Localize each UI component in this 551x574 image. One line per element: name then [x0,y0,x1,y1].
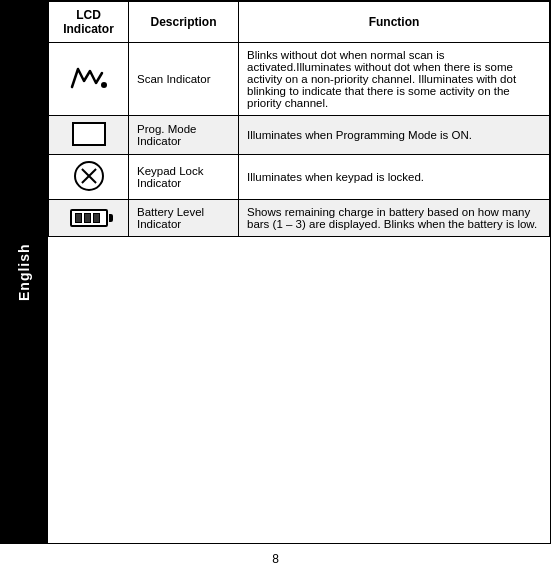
table-row: Prog. Mode Indicator Illuminates when Pr… [49,116,550,155]
indicator-table: LCD Indicator Description Function [48,1,550,237]
keypad-icon-cell [49,155,129,200]
scan-icon [70,63,108,93]
scan-description: Scan Indicator [129,43,239,116]
battery-bar-1 [75,213,82,223]
keypad-description: Keypad Lock Indicator [129,155,239,200]
battery-bar-2 [84,213,91,223]
progmode-icon [72,122,106,146]
page-number: 8 [0,544,551,574]
battery-bar-3 [93,213,100,223]
table-container: LCD Indicator Description Function [48,0,551,544]
svg-point-0 [101,82,107,88]
battery-level-icon [70,209,108,227]
table-row: Scan Indicator Blinks without dot when n… [49,43,550,116]
battery-bars [72,211,106,225]
header-description: Description [129,2,239,43]
progmode-icon-cell [49,116,129,155]
table-row: Battery Level Indicator Shows remaining … [49,200,550,237]
header-lcd: LCD Indicator [49,2,129,43]
table-row: Keypad Lock Indicator Illuminates when k… [49,155,550,200]
sidebar-label: English [0,0,48,544]
scan-icon-cell [49,43,129,116]
table-section: English LCD Indicator Description Functi… [0,0,551,544]
page-wrapper: English LCD Indicator Description Functi… [0,0,551,574]
keypad-function: Illuminates when keypad is locked. [239,155,550,200]
battery-icon-cell [49,200,129,237]
keypad-lock-icon [74,161,104,191]
battery-description: Battery Level Indicator [129,200,239,237]
progmode-description: Prog. Mode Indicator [129,116,239,155]
progmode-function: Illuminates when Programming Mode is ON. [239,116,550,155]
scan-function: Blinks without dot when normal scan is a… [239,43,550,116]
battery-function: Shows remaining charge in battery based … [239,200,550,237]
header-function: Function [239,2,550,43]
table-header-row: LCD Indicator Description Function [49,2,550,43]
